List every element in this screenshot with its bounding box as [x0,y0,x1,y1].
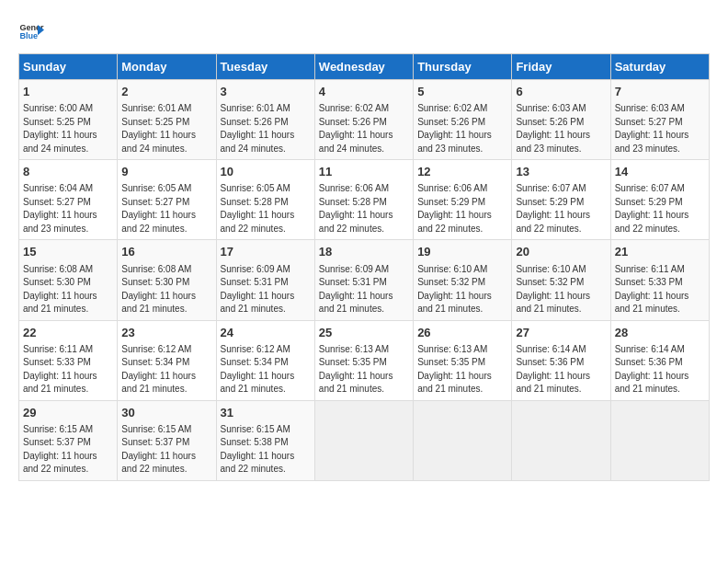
calendar-cell: 20Sunrise: 6:10 AM Sunset: 5:32 PM Dayli… [512,240,610,320]
calendar-cell: 31Sunrise: 6:15 AM Sunset: 5:38 PM Dayli… [216,400,314,480]
day-content: Sunrise: 6:10 AM Sunset: 5:32 PM Dayligh… [417,263,507,316]
calendar-header-saturday: Saturday [610,54,709,80]
calendar-cell: 13Sunrise: 6:07 AM Sunset: 5:29 PM Dayli… [512,160,610,240]
day-content: Sunrise: 6:08 AM Sunset: 5:30 PM Dayligh… [121,263,211,316]
day-number: 5 [417,84,507,100]
day-number: 26 [417,325,507,341]
day-number: 1 [23,84,113,100]
day-number: 24 [221,325,311,341]
day-number: 30 [121,405,211,421]
day-number: 23 [121,325,211,341]
calendar-cell: 5Sunrise: 6:02 AM Sunset: 5:26 PM Daylig… [414,80,512,160]
calendar-cell: 23Sunrise: 6:12 AM Sunset: 5:34 PM Dayli… [118,320,216,400]
day-content: Sunrise: 6:00 AM Sunset: 5:25 PM Dayligh… [23,102,113,155]
calendar-cell [512,400,610,480]
day-number: 3 [221,84,311,100]
calendar-cell: 8Sunrise: 6:04 AM Sunset: 5:27 PM Daylig… [19,160,118,240]
day-content: Sunrise: 6:08 AM Sunset: 5:30 PM Dayligh… [23,263,113,316]
logo-icon: General Blue [18,18,44,44]
day-number: 29 [23,405,113,421]
calendar-week-row: 22Sunrise: 6:11 AM Sunset: 5:33 PM Dayli… [19,320,710,400]
calendar-table: SundayMondayTuesdayWednesdayThursdayFrid… [18,53,710,481]
day-content: Sunrise: 6:15 AM Sunset: 5:38 PM Dayligh… [221,423,311,477]
calendar-header-thursday: Thursday [414,54,512,80]
calendar-cell: 21Sunrise: 6:11 AM Sunset: 5:33 PM Dayli… [610,240,709,320]
calendar-cell: 24Sunrise: 6:12 AM Sunset: 5:34 PM Dayli… [216,320,314,400]
calendar-cell: 26Sunrise: 6:13 AM Sunset: 5:35 PM Dayli… [414,320,512,400]
day-content: Sunrise: 6:10 AM Sunset: 5:32 PM Dayligh… [516,263,606,316]
day-content: Sunrise: 6:14 AM Sunset: 5:36 PM Dayligh… [615,343,705,396]
day-number: 21 [615,244,705,260]
calendar-cell: 25Sunrise: 6:13 AM Sunset: 5:35 PM Dayli… [314,320,413,400]
day-number: 16 [121,244,211,260]
calendar-cell: 30Sunrise: 6:15 AM Sunset: 5:37 PM Dayli… [118,400,216,480]
day-number: 8 [23,164,113,180]
day-number: 25 [319,325,409,341]
day-number: 11 [319,164,409,180]
day-content: Sunrise: 6:04 AM Sunset: 5:27 PM Dayligh… [23,182,113,236]
day-content: Sunrise: 6:05 AM Sunset: 5:28 PM Dayligh… [221,182,311,236]
calendar-cell: 2Sunrise: 6:01 AM Sunset: 5:25 PM Daylig… [118,80,216,160]
calendar-cell: 11Sunrise: 6:06 AM Sunset: 5:28 PM Dayli… [314,160,413,240]
calendar-header-wednesday: Wednesday [314,54,413,80]
day-content: Sunrise: 6:09 AM Sunset: 5:31 PM Dayligh… [319,263,409,316]
day-content: Sunrise: 6:13 AM Sunset: 5:35 PM Dayligh… [319,343,409,396]
day-number: 20 [516,244,606,260]
calendar-cell: 29Sunrise: 6:15 AM Sunset: 5:37 PM Dayli… [19,400,118,480]
day-number: 31 [221,405,311,421]
day-content: Sunrise: 6:07 AM Sunset: 5:29 PM Dayligh… [516,182,606,236]
day-content: Sunrise: 6:02 AM Sunset: 5:26 PM Dayligh… [319,102,409,155]
day-content: Sunrise: 6:03 AM Sunset: 5:27 PM Dayligh… [615,102,705,155]
day-number: 17 [221,244,311,260]
page-header: General Blue [18,18,710,44]
calendar-cell: 16Sunrise: 6:08 AM Sunset: 5:30 PM Dayli… [118,240,216,320]
day-content: Sunrise: 6:09 AM Sunset: 5:31 PM Dayligh… [221,263,311,316]
calendar-week-row: 15Sunrise: 6:08 AM Sunset: 5:30 PM Dayli… [19,240,710,320]
day-content: Sunrise: 6:07 AM Sunset: 5:29 PM Dayligh… [615,182,705,236]
day-content: Sunrise: 6:01 AM Sunset: 5:25 PM Dayligh… [121,102,211,155]
calendar-cell: 7Sunrise: 6:03 AM Sunset: 5:27 PM Daylig… [610,80,709,160]
calendar-cell: 22Sunrise: 6:11 AM Sunset: 5:33 PM Dayli… [19,320,118,400]
day-content: Sunrise: 6:14 AM Sunset: 5:36 PM Dayligh… [516,343,606,396]
calendar-cell: 17Sunrise: 6:09 AM Sunset: 5:31 PM Dayli… [216,240,314,320]
calendar-header-monday: Monday [118,54,216,80]
calendar-cell [314,400,413,480]
calendar-cell [610,400,709,480]
calendar-cell: 18Sunrise: 6:09 AM Sunset: 5:31 PM Dayli… [314,240,413,320]
calendar-cell: 6Sunrise: 6:03 AM Sunset: 5:26 PM Daylig… [512,80,610,160]
day-content: Sunrise: 6:11 AM Sunset: 5:33 PM Dayligh… [23,343,113,396]
day-number: 14 [615,164,705,180]
calendar-header-friday: Friday [512,54,610,80]
day-content: Sunrise: 6:11 AM Sunset: 5:33 PM Dayligh… [615,263,705,316]
calendar-cell: 1Sunrise: 6:00 AM Sunset: 5:25 PM Daylig… [19,80,118,160]
day-number: 10 [221,164,311,180]
calendar-header-tuesday: Tuesday [216,54,314,80]
day-content: Sunrise: 6:12 AM Sunset: 5:34 PM Dayligh… [221,343,311,396]
calendar-cell: 10Sunrise: 6:05 AM Sunset: 5:28 PM Dayli… [216,160,314,240]
calendar-week-row: 29Sunrise: 6:15 AM Sunset: 5:37 PM Dayli… [19,400,710,480]
calendar-cell: 12Sunrise: 6:06 AM Sunset: 5:29 PM Dayli… [414,160,512,240]
calendar-cell: 19Sunrise: 6:10 AM Sunset: 5:32 PM Dayli… [414,240,512,320]
day-content: Sunrise: 6:01 AM Sunset: 5:26 PM Dayligh… [221,102,311,155]
day-number: 18 [319,244,409,260]
day-content: Sunrise: 6:15 AM Sunset: 5:37 PM Dayligh… [121,423,211,477]
calendar-header-row: SundayMondayTuesdayWednesdayThursdayFrid… [19,54,710,80]
calendar-cell: 9Sunrise: 6:05 AM Sunset: 5:27 PM Daylig… [118,160,216,240]
logo: General Blue [18,18,44,44]
day-number: 2 [121,84,211,100]
calendar-week-row: 1Sunrise: 6:00 AM Sunset: 5:25 PM Daylig… [19,80,710,160]
day-number: 19 [417,244,507,260]
calendar-cell: 15Sunrise: 6:08 AM Sunset: 5:30 PM Dayli… [19,240,118,320]
day-content: Sunrise: 6:12 AM Sunset: 5:34 PM Dayligh… [121,343,211,396]
day-content: Sunrise: 6:13 AM Sunset: 5:35 PM Dayligh… [417,343,507,396]
day-content: Sunrise: 6:06 AM Sunset: 5:29 PM Dayligh… [417,182,507,236]
day-number: 12 [417,164,507,180]
day-content: Sunrise: 6:03 AM Sunset: 5:26 PM Dayligh… [516,102,606,155]
day-number: 15 [23,244,113,260]
day-number: 7 [615,84,705,100]
calendar-cell: 3Sunrise: 6:01 AM Sunset: 5:26 PM Daylig… [216,80,314,160]
calendar-cell: 28Sunrise: 6:14 AM Sunset: 5:36 PM Dayli… [610,320,709,400]
day-number: 27 [516,325,606,341]
day-content: Sunrise: 6:02 AM Sunset: 5:26 PM Dayligh… [417,102,507,155]
calendar-week-row: 8Sunrise: 6:04 AM Sunset: 5:27 PM Daylig… [19,160,710,240]
